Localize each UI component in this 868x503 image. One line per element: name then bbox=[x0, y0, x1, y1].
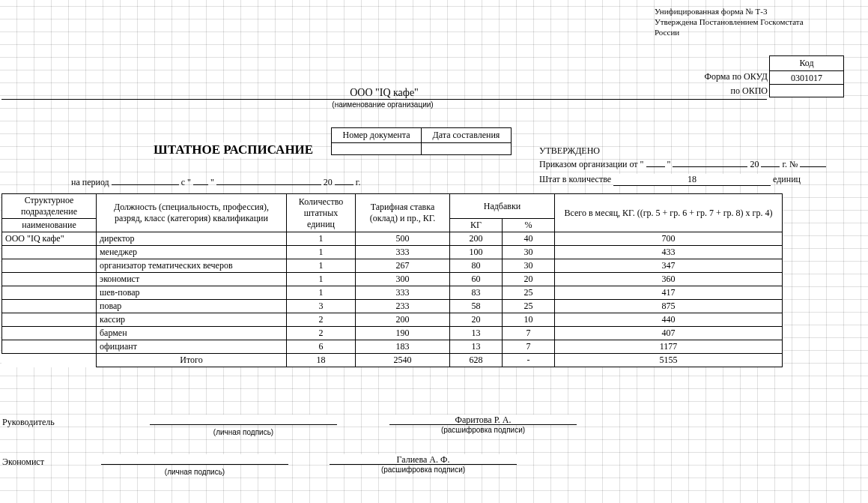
cell-subdiv bbox=[2, 340, 97, 354]
staff-value: 18 bbox=[613, 174, 771, 186]
cell-total: 700 bbox=[555, 232, 783, 246]
col-rate: Тарифная ставка (оклад) и пр., КГ. bbox=[356, 194, 450, 232]
organization-name: ООО "IQ кафе" bbox=[1, 87, 767, 100]
document-meta-table: Номер документа Дата составления bbox=[331, 127, 512, 155]
col-total: Всего в месяц, КГ. ((гр. 5 + гр. 6 + гр.… bbox=[555, 194, 783, 232]
cell-pct: 10 bbox=[503, 313, 555, 327]
table-row: бармен2190137407 bbox=[2, 327, 783, 340]
totals-rate: 2540 bbox=[356, 354, 450, 367]
economist-signature-caption: (личная подпись) bbox=[101, 468, 288, 476]
cell-rate: 233 bbox=[356, 300, 450, 313]
head-label: Руководитель bbox=[2, 417, 55, 428]
period-line: на период с " " 20 г. bbox=[71, 177, 360, 188]
table-row: экономист13006020360 bbox=[2, 273, 783, 286]
cell-pct: 25 bbox=[503, 286, 555, 300]
cell-rate: 333 bbox=[356, 246, 450, 259]
col-allow-pct: % bbox=[503, 219, 555, 232]
cell-total: 417 bbox=[555, 286, 783, 300]
cell-subdiv bbox=[2, 327, 97, 340]
staffing-table: Структурное подразделение Должность (спе… bbox=[1, 193, 783, 367]
cell-subdiv bbox=[2, 259, 97, 273]
cell-units: 2 bbox=[287, 327, 356, 340]
docnum-header: Номер документа bbox=[332, 128, 422, 143]
cell-units: 1 bbox=[287, 246, 356, 259]
totals-total: 5155 bbox=[555, 354, 783, 367]
cell-subdiv bbox=[2, 246, 97, 259]
organization-caption: (наименование организации) bbox=[0, 100, 765, 109]
docnum-value bbox=[332, 143, 422, 155]
head-signature-caption: (личная подпись) bbox=[150, 428, 337, 436]
staff-label: Штат в количестве bbox=[539, 174, 611, 184]
col-position: Должность (специальность, профессия), ра… bbox=[97, 194, 287, 232]
col-subdiv: Структурное подразделение bbox=[2, 194, 97, 219]
staff-count-line: Штат в количестве 18 единиц bbox=[539, 174, 801, 186]
cell-kg: 60 bbox=[450, 273, 503, 286]
economist-label: Экономист bbox=[2, 457, 44, 468]
order-mid: " bbox=[667, 159, 671, 169]
cell-rate: 183 bbox=[356, 340, 450, 354]
economist-signature-line bbox=[101, 454, 288, 465]
order-prefix: Приказом организации от " bbox=[539, 159, 644, 169]
cell-total: 347 bbox=[555, 259, 783, 273]
cell-position: бармен bbox=[97, 327, 287, 340]
cell-pct: 40 bbox=[503, 232, 555, 246]
col-allow-kg: КГ bbox=[450, 219, 503, 232]
cell-pct: 25 bbox=[503, 300, 555, 313]
cell-kg: 13 bbox=[450, 327, 503, 340]
cell-rate: 190 bbox=[356, 327, 450, 340]
totals-kg: 628 bbox=[450, 354, 503, 367]
cell-pct: 30 bbox=[503, 259, 555, 273]
cell-rate: 500 bbox=[356, 232, 450, 246]
cell-units: 1 bbox=[287, 259, 356, 273]
form-note: Унифицированная форма № Т-3 Утверждена П… bbox=[655, 6, 849, 37]
docdate-value bbox=[422, 143, 512, 155]
col-allowances: Надбавки bbox=[450, 194, 555, 219]
cell-rate: 267 bbox=[356, 259, 450, 273]
head-signature-line bbox=[150, 415, 337, 425]
cell-kg: 58 bbox=[450, 300, 503, 313]
cell-kg: 20 bbox=[450, 313, 503, 327]
cell-subdiv bbox=[2, 273, 97, 286]
cell-kg: 80 bbox=[450, 259, 503, 273]
cell-kg: 200 bbox=[450, 232, 503, 246]
order-year-suffix: г. № bbox=[782, 159, 798, 169]
cell-position: менеджер bbox=[97, 246, 287, 259]
table-row: кассир22002010440 bbox=[2, 313, 783, 327]
docdate-header: Дата составления bbox=[422, 128, 512, 143]
col-subdiv-name: наименование bbox=[2, 219, 97, 232]
totals-units: 18 bbox=[287, 354, 356, 367]
document-title: ШТАТНОЕ РАСПИСАНИЕ bbox=[154, 142, 313, 157]
cell-total: 433 bbox=[555, 246, 783, 259]
code-header: Код bbox=[770, 56, 843, 71]
totals-pct: - bbox=[503, 354, 555, 367]
cell-rate: 300 bbox=[356, 273, 450, 286]
cell-pct: 7 bbox=[503, 327, 555, 340]
cell-rate: 333 bbox=[356, 286, 450, 300]
approved-caption: УТВЕРЖДЕНО bbox=[539, 145, 600, 157]
cell-units: 1 bbox=[287, 273, 356, 286]
staff-units: единиц bbox=[773, 174, 801, 184]
cell-position: директор bbox=[97, 232, 287, 246]
period-label: на период bbox=[71, 177, 109, 187]
cell-kg: 13 bbox=[450, 340, 503, 354]
okud-label: Форма по ОКУД bbox=[678, 71, 768, 82]
table-row: повар32335825875 bbox=[2, 300, 783, 313]
economist-decode-caption: (расшифровка подписи) bbox=[330, 466, 517, 474]
cell-total: 407 bbox=[555, 327, 783, 340]
table-row: официант61831371177 bbox=[2, 340, 783, 354]
table-row: менеджер133310030433 bbox=[2, 246, 783, 259]
cell-units: 1 bbox=[287, 232, 356, 246]
period-year-prefix: 20 bbox=[324, 177, 333, 187]
cell-units: 1 bbox=[287, 286, 356, 300]
period-year-suffix: г. bbox=[356, 177, 361, 187]
cell-subdiv bbox=[2, 286, 97, 300]
totals-row: Итого182540628-5155 bbox=[2, 354, 783, 367]
period-from-open: с " bbox=[181, 177, 191, 187]
cell-total: 1177 bbox=[555, 340, 783, 354]
cell-pct: 30 bbox=[503, 246, 555, 259]
totals-label: Итого bbox=[97, 354, 287, 367]
cell-units: 6 bbox=[287, 340, 356, 354]
cell-kg: 100 bbox=[450, 246, 503, 259]
order-year-prefix: 20 bbox=[750, 159, 759, 169]
cell-total: 440 bbox=[555, 313, 783, 327]
